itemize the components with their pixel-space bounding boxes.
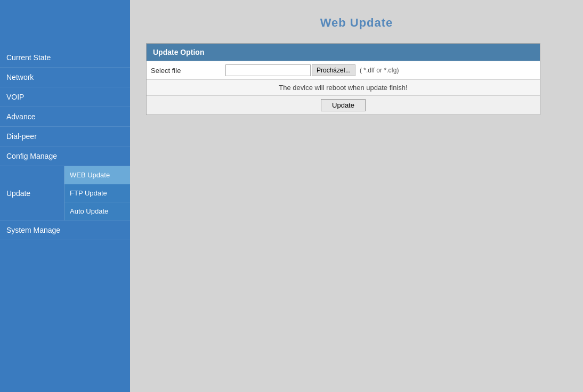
sidebar-item-current-state[interactable]: Current State xyxy=(0,48,130,68)
update-panel: Update Option Select file Procházet... (… xyxy=(146,43,540,115)
file-input-area: Procházet... ( *.dlf or *.cfg) xyxy=(225,64,536,76)
sidebar-item-network[interactable]: Network xyxy=(0,68,130,87)
sidebar-item-config-manage[interactable]: Config Manage xyxy=(0,146,130,166)
sidebar-update-btn[interactable]: Update xyxy=(0,166,64,220)
main-content: Web Update Update Option Select file Pro… xyxy=(130,0,583,392)
file-text-input[interactable] xyxy=(225,64,311,76)
sidebar-item-voip[interactable]: VOIP xyxy=(0,87,130,107)
sidebar: Current State Network VOIP Advance Dial-… xyxy=(0,0,130,392)
sidebar-item-advance[interactable]: Advance xyxy=(0,107,130,127)
browse-button[interactable]: Procházet... xyxy=(312,64,355,76)
file-hint: ( *.dlf or *.cfg) xyxy=(360,67,399,74)
update-panel-header: Update Option xyxy=(147,44,540,61)
sidebar-item-auto-update[interactable]: Auto Update xyxy=(64,202,130,220)
select-file-label: Select file xyxy=(151,67,225,75)
sidebar-update-children: WEB Update FTP Update Auto Update xyxy=(64,166,130,220)
sidebar-item-system-manage[interactable]: System Manage xyxy=(0,220,130,240)
sidebar-logo xyxy=(0,0,130,48)
file-select-row: Select file Procházet... ( *.dlf or *.cf… xyxy=(147,61,540,79)
reboot-notice: The device will reboot when update finis… xyxy=(147,79,540,95)
sidebar-item-dial-peer[interactable]: Dial-peer xyxy=(0,127,130,146)
update-button[interactable]: Update xyxy=(321,99,366,111)
sidebar-item-ftp-update[interactable]: FTP Update xyxy=(64,184,130,202)
update-btn-row: Update xyxy=(147,95,540,115)
sidebar-update-group: Update WEB Update FTP Update Auto Update xyxy=(0,166,130,220)
page-title: Web Update xyxy=(146,16,567,30)
sidebar-item-web-update[interactable]: WEB Update xyxy=(64,166,130,184)
